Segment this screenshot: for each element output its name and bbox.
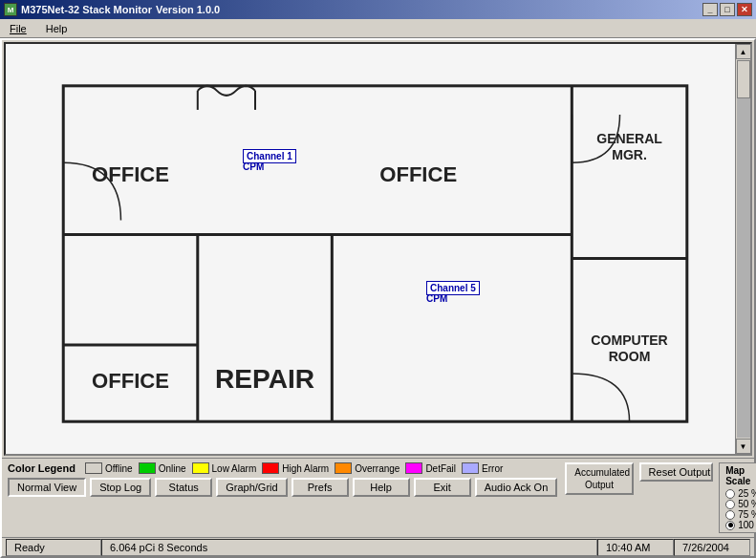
map-scale-box: Map Scale 25 % 50 % 75 % — [719, 462, 756, 533]
low-alarm-swatch — [192, 462, 209, 474]
scale-50-option[interactable]: 50 % — [725, 499, 756, 509]
overrange-swatch — [335, 462, 352, 474]
legend-title: Color Legend — [8, 462, 76, 474]
scale-50-radio[interactable] — [725, 500, 735, 509]
low-alarm-label: Low Alarm — [212, 463, 257, 474]
bottom-panel: Color Legend Offline Online Low Alarm — [2, 458, 754, 537]
floor-plan-area: OFFICE OFFICE GENERAL MGR. OFFICE REPAIR… — [4, 42, 752, 456]
scroll-thumb[interactable] — [737, 60, 750, 98]
status-button[interactable]: Status — [155, 478, 212, 497]
online-swatch — [139, 462, 156, 474]
scale-25-radio[interactable] — [725, 489, 735, 499]
error-label: Error — [482, 463, 503, 474]
status-time: 10:40 AM — [597, 539, 674, 556]
legend-offline: Offline — [85, 462, 133, 474]
window-controls: _ □ ✕ — [702, 3, 752, 16]
high-alarm-label: High Alarm — [282, 463, 329, 474]
channel5-label[interactable]: Channel 5 — [426, 281, 480, 295]
scale-75-radio[interactable] — [725, 510, 735, 520]
stop-log-button[interactable]: Stop Log — [90, 478, 151, 497]
scroll-track — [737, 60, 750, 438]
floor-plan-svg: OFFICE OFFICE GENERAL MGR. OFFICE REPAIR… — [6, 44, 735, 454]
app-version: Version 1.0.0 — [156, 4, 220, 15]
svg-text:OFFICE: OFFICE — [92, 162, 169, 186]
svg-text:GENERAL: GENERAL — [596, 131, 662, 146]
scale-100-option[interactable]: 100 % — [725, 520, 756, 530]
scale-25-label: 25 % — [738, 488, 756, 499]
detfail-label: DetFail — [425, 463, 456, 474]
legend-detfail: DetFail — [405, 462, 456, 474]
exit-button[interactable]: Exit — [414, 478, 471, 497]
scale-75-label: 75 % — [738, 509, 756, 520]
scale-50-label: 50 % — [738, 499, 756, 509]
channel5-container: Channel 5 OFFLINE CPM — [426, 281, 473, 304]
status-bar: Ready 6.064 pCi 8 Seconds 10:40 AM 7/26/… — [2, 537, 754, 556]
vertical-scrollbar[interactable]: ▲ ▼ — [735, 44, 750, 454]
menu-file[interactable]: File — [4, 21, 32, 36]
channel1-label[interactable]: Channel 1 — [243, 149, 296, 163]
status-date: 7/26/2004 — [674, 539, 750, 556]
legend-overrange: Overrange — [335, 462, 400, 474]
legend-low-alarm: Low Alarm — [192, 462, 257, 474]
offline-swatch — [85, 462, 102, 474]
scale-100-radio[interactable] — [725, 521, 735, 530]
graph-grid-button[interactable]: Graph/Grid — [216, 478, 287, 497]
app-title: M375Net-32 Stack Monitor — [21, 4, 152, 15]
legend-online: Online — [139, 462, 186, 474]
legend-error: Error — [462, 462, 503, 474]
detfail-swatch — [405, 462, 422, 474]
high-alarm-swatch — [262, 462, 279, 474]
accumulated-output-button[interactable]: Accumulated Output — [565, 462, 633, 495]
svg-text:OFFICE: OFFICE — [379, 162, 457, 186]
audio-ack-on-button[interactable]: Audio Ack On — [475, 478, 558, 497]
close-button[interactable]: ✕ — [737, 3, 752, 16]
scale-75-option[interactable]: 75 % — [725, 509, 756, 520]
minimize-button[interactable]: _ — [702, 3, 718, 16]
title-bar: M M375Net-32 Stack Monitor Version 1.0.0… — [0, 0, 756, 19]
app-icon: M — [4, 3, 17, 16]
offline-label: Offline — [105, 463, 133, 474]
scale-25-option[interactable]: 25 % — [725, 488, 756, 499]
overrange-label: Overrange — [355, 463, 400, 474]
scroll-down-button[interactable]: ▼ — [736, 439, 751, 454]
error-swatch — [462, 462, 479, 474]
channel1-container: Channel 1 1.10 CPM — [243, 149, 267, 172]
status-ready: Ready — [6, 539, 101, 556]
reset-output-button[interactable]: Reset Output — [639, 462, 714, 482]
svg-text:MGR.: MGR. — [612, 147, 647, 162]
online-label: Online — [159, 463, 186, 474]
svg-text:ROOM: ROOM — [609, 349, 651, 364]
svg-text:COMPUTER: COMPUTER — [591, 333, 667, 348]
color-legend: Color Legend Offline Online Low Alarm — [8, 462, 557, 474]
help-button[interactable]: Help — [353, 478, 410, 497]
maximize-button[interactable]: □ — [720, 3, 735, 16]
scale-100-label: 100 % — [738, 520, 756, 530]
status-pci: 6.064 pCi 8 Seconds — [101, 539, 597, 556]
button-row: Normal View Stop Log Status Graph/Grid P… — [8, 478, 557, 497]
svg-text:OFFICE: OFFICE — [92, 369, 169, 393]
legend-high-alarm: High Alarm — [262, 462, 329, 474]
scroll-up-button[interactable]: ▲ — [736, 44, 751, 59]
menu-help[interactable]: Help — [40, 21, 74, 36]
main-window: OFFICE OFFICE GENERAL MGR. OFFICE REPAIR… — [0, 38, 756, 558]
menu-bar: File Help — [0, 19, 756, 38]
prefs-button[interactable]: Prefs — [292, 478, 349, 497]
map-scale-title: Map Scale — [725, 465, 756, 486]
normal-view-button[interactable]: Normal View — [8, 478, 86, 497]
svg-text:REPAIR: REPAIR — [215, 364, 314, 394]
